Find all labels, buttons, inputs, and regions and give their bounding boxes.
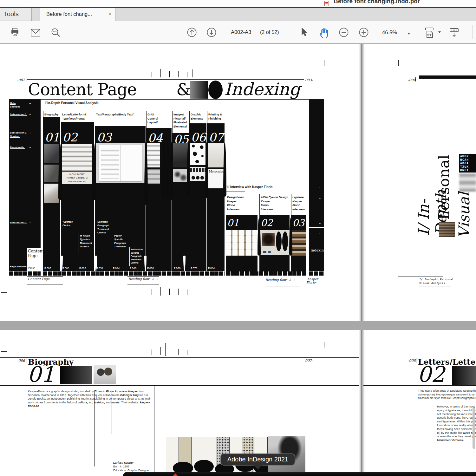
indexing-column <box>309 100 324 271</box>
zoom-out-icon[interactable] <box>338 27 349 38</box>
hand-tool-icon[interactable] <box>318 27 330 39</box>
sub2-typeface-choice: Typeface Choice <box>62 220 73 227</box>
content-page-cell: Content Page <box>28 249 44 258</box>
document-canvas[interactable]: -002 Content Page & Indexing 003- Main S… <box>0 44 476 476</box>
pdf-page-004: -004 I/ In-Depth Personal ABBR UCAH ADGA… <box>363 44 476 321</box>
toolbar-separator <box>288 25 288 39</box>
letterform-paragraph-2: However, in terms of the most used c ego… <box>437 405 476 442</box>
page-ref: P.060 <box>147 267 154 270</box>
interview-number-03: 03 <box>292 218 304 228</box>
toolbar-separator-right <box>472 25 473 39</box>
index-arrow-icon: ← <box>318 197 321 200</box>
gradient-block-2 <box>452 366 476 385</box>
footer-credit: -Kasper Florio- <box>306 277 318 284</box>
thumbnail-layout <box>190 167 205 181</box>
tab-bar: Tools Before font chang... × <box>0 7 476 21</box>
col-header-printing: Printing & Finishing <box>208 113 222 121</box>
row-arrow-icon: → <box>29 146 31 149</box>
big-number-01: 01 <box>27 364 55 385</box>
fit-width-icon[interactable] <box>424 27 436 39</box>
page-ref: P.066 <box>174 267 180 270</box>
interview-number-02: 02 <box>261 218 273 228</box>
col-number-02: 02 <box>62 132 77 143</box>
tab-document[interactable]: Before font chang... × <box>40 8 116 21</box>
row-arrow-icon: → <box>29 131 31 134</box>
section1-title: I/ In-Depth Personal Visual Analysis <box>45 101 99 105</box>
col-header-graphic: Graphic Elements <box>191 113 203 121</box>
fit-dropdown-caret-icon[interactable] <box>438 31 441 33</box>
thumbnail-building-photo <box>439 222 455 237</box>
rotated-title-visual: Visual <box>455 192 476 237</box>
footer-section-name: I/ In-Depth Personal Visual Analysis <box>419 277 453 285</box>
thumbnail-books <box>291 230 306 256</box>
sub2-publication-paragraph: Publication- Specific Paragraph Treatmen… <box>131 248 143 265</box>
tab-close-icon[interactable]: × <box>109 11 112 16</box>
col-number-06: 06 <box>191 132 206 143</box>
col-header-grid: Grid/ General Layout/ <box>147 113 158 125</box>
interview-header-aiga: AIGA Eye on Design Kasper Florio Intervi… <box>261 195 288 211</box>
page-ref: P.006 <box>44 267 51 270</box>
vertical-scrollbar-thumb[interactable] <box>473 408 475 449</box>
header-gradient-bar <box>190 81 208 99</box>
main-toolbar: A002-A3 (2 of 52) 46.5% <box>0 21 476 44</box>
row-label-subsection1-number: Sub-section 1 Number: <box>10 131 26 138</box>
interview-number-01: 01 <box>227 218 239 228</box>
index-arrow-icon: ← <box>318 232 321 235</box>
page-number-P002: P.002 <box>28 266 35 270</box>
type-specimen-block: ABBR UCAH ADGA TZUK ÜNFT <box>459 154 476 173</box>
header-ellipse <box>208 81 223 99</box>
page-number-underline <box>225 39 257 39</box>
zoom-in-icon[interactable] <box>358 27 369 38</box>
footer-reading-flow: Reading flow: ↓ → <box>128 277 158 281</box>
section2-title: II/ Interview with Kasper Florio <box>227 185 272 189</box>
print-icon[interactable] <box>10 27 20 38</box>
acrobat-window: Before font changing.indd.pdf Tools Befo… <box>0 0 476 476</box>
col-number-07: 07 <box>209 132 224 143</box>
page-ref: P.084 <box>208 267 215 270</box>
founders-photo <box>94 365 116 384</box>
zoom-underline <box>381 39 414 39</box>
thumbnail-photo <box>44 184 59 203</box>
rotated-title-personal: Personal <box>435 155 455 218</box>
gradient-block <box>60 366 92 384</box>
spread-title-right: Indexing <box>224 79 300 99</box>
spread-title-left: Content Page <box>28 80 137 99</box>
sidebar-label-column <box>9 100 27 271</box>
zoom-dropdown-caret-icon[interactable] <box>407 33 410 35</box>
letterform-paragraph-1: They use a wide array of typefaces rangi… <box>418 389 476 400</box>
row-label-subsection1: Sub-section 1: <box>10 113 27 116</box>
sidebar-arrow-column <box>27 100 41 248</box>
larissa-info: Larissa Kasper Born in 1986 Education: G… <box>113 461 150 472</box>
select-tool-icon[interactable] <box>300 27 309 37</box>
folio-006: -006 <box>17 359 25 363</box>
document-title: Before font changing.indd.pdf <box>334 0 420 5</box>
folio-004: -004 <box>408 78 416 82</box>
folio-002: -002 <box>17 78 25 82</box>
zoom-level-value[interactable]: 46.5% <box>382 29 397 36</box>
page-count-label: (2 of 52) <box>260 29 279 35</box>
page-ref: P.026 <box>79 267 86 270</box>
footer-content-page: Content Page <box>28 277 49 281</box>
thumbnail-poster <box>208 143 224 167</box>
page-up-icon[interactable] <box>186 27 197 38</box>
page-down-icon[interactable] <box>206 27 217 38</box>
blurred-specimen <box>459 174 476 192</box>
row-label-subsection2: Sub-section 2: <box>10 221 27 224</box>
thumbnail-molecules: Molecules <box>208 169 224 188</box>
thumbnail-doc <box>147 169 160 184</box>
sub2-poster-paragraph: Poster- Specific Paragraph Treatment <box>114 234 126 248</box>
col-number-03: 03 <box>97 132 112 143</box>
dock-tooltip-label: Adobe InDesign 2021 <box>227 456 288 463</box>
interview-header-designboom: Designboom Kasper Florio Interview. <box>227 195 245 211</box>
col-number-01: 01 <box>45 132 60 143</box>
row-label-page-number: Page Number: <box>10 265 27 268</box>
collapse-toolbar-icon[interactable] <box>448 27 460 38</box>
search-icon[interactable] <box>50 27 61 38</box>
email-icon[interactable] <box>30 28 41 37</box>
thumbnail-photo <box>44 165 59 182</box>
thumbnail-specimen <box>62 144 92 171</box>
thumbnail-ink-dots <box>190 143 205 165</box>
page-number-input[interactable]: A002-A3 <box>225 29 257 35</box>
tab-tools[interactable]: Tools <box>0 8 32 21</box>
col-header-text: Text/Paragraphs/Body Text/ <box>96 113 134 117</box>
